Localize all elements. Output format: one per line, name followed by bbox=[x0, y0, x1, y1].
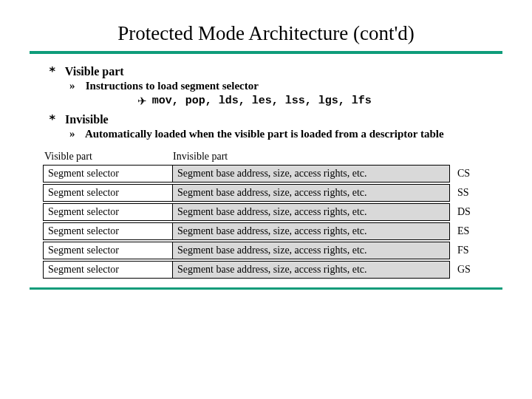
table-row: Segment selectorSegment base address, si… bbox=[43, 203, 502, 221]
bullet2b-marker: » bbox=[69, 128, 83, 140]
figure-headers: Visible part Invisible part bbox=[43, 151, 502, 163]
cell-invisible: Segment base address, size, access right… bbox=[173, 261, 450, 279]
bullet1b-marker: * bbox=[49, 112, 62, 126]
bullet-instructions: » Instructions to load segment selector bbox=[69, 80, 502, 92]
title-rule bbox=[30, 51, 502, 54]
table-row: Segment selectorSegment base address, si… bbox=[43, 222, 502, 240]
bullet1-marker: * bbox=[49, 64, 62, 78]
header-invisible: Invisible part bbox=[168, 151, 446, 163]
slide: Protected Mode Architecture (cont'd) * V… bbox=[0, 0, 532, 290]
cell-visible: Segment selector bbox=[43, 203, 173, 221]
bullet-list: * Visible part » Instructions to load se… bbox=[49, 64, 502, 140]
cell-invisible: Segment base address, size, access right… bbox=[173, 203, 450, 221]
bullet-opcodes: ✈ mov, pop, lds, les, lss, lgs, lfs bbox=[137, 94, 502, 108]
bottom-rule bbox=[30, 287, 502, 290]
bullet3-marker: ✈ bbox=[137, 95, 149, 108]
bullet1b-text: Invisible bbox=[65, 113, 109, 126]
cell-register: DS bbox=[450, 203, 481, 221]
cell-visible: Segment selector bbox=[43, 261, 173, 279]
table-row: Segment selectorSegment base address, si… bbox=[43, 242, 502, 259]
cell-visible: Segment selector bbox=[43, 165, 173, 183]
cell-register: FS bbox=[450, 242, 481, 259]
cell-register: GS bbox=[450, 261, 481, 279]
cell-invisible: Segment base address, size, access right… bbox=[173, 242, 450, 259]
table-row: Segment selectorSegment base address, si… bbox=[43, 261, 502, 279]
header-visible: Visible part bbox=[43, 151, 168, 163]
cell-register: SS bbox=[450, 184, 481, 202]
table-row: Segment selectorSegment base address, si… bbox=[43, 184, 502, 202]
table-row: Segment selectorSegment base address, si… bbox=[43, 165, 502, 183]
bullet-invisible: * Invisible bbox=[49, 112, 502, 126]
bullet2-text: Instructions to load segment selector bbox=[86, 80, 259, 92]
bullet-autoload: » Automatically loaded when the visible … bbox=[69, 128, 502, 140]
cell-invisible: Segment base address, size, access right… bbox=[173, 222, 450, 240]
opcode-text: mov, pop, lds, les, lss, lgs, lfs bbox=[152, 95, 372, 107]
cell-invisible: Segment base address, size, access right… bbox=[173, 184, 450, 202]
segment-table: Segment selectorSegment base address, si… bbox=[43, 165, 502, 280]
cell-invisible: Segment base address, size, access right… bbox=[173, 165, 450, 183]
bullet1-text: Visible part bbox=[65, 65, 124, 78]
bullet-visible-part: * Visible part bbox=[49, 64, 502, 78]
cell-register: CS bbox=[450, 165, 481, 183]
bullet2b-text: Automatically loaded when the visible pa… bbox=[85, 128, 444, 140]
cell-visible: Segment selector bbox=[43, 242, 173, 259]
slide-title: Protected Mode Architecture (cont'd) bbox=[30, 22, 502, 45]
cell-register: ES bbox=[450, 222, 481, 240]
bullet2-marker: » bbox=[69, 80, 83, 92]
cell-visible: Segment selector bbox=[43, 184, 173, 202]
cell-visible: Segment selector bbox=[43, 222, 173, 240]
segment-figure: Visible part Invisible part Segment sele… bbox=[43, 151, 502, 280]
